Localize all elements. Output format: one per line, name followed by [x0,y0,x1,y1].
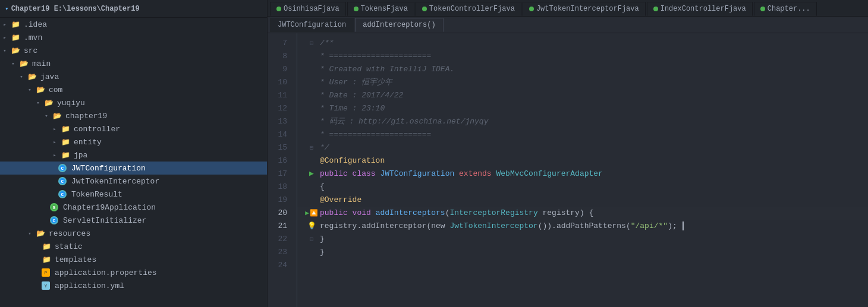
tree-item-label: application.yml [55,281,124,290]
tree-item-application.yml[interactable]: Yapplication.yml [0,279,267,292]
tree-item-entity[interactable]: 📁entity [0,135,267,148]
tree-item-src[interactable]: 📂src [0,44,267,57]
sidebar-header: ▾ Chapter19 E:\lessons\Chapter19 [0,0,267,18]
tree-item-label: resources [49,229,90,238]
arrow-icon [50,137,59,147]
code-tokens: * ====================== [320,50,431,63]
tree-item-TokenResult[interactable]: CTokenResult [0,188,267,201]
code-tokens: registry.addInterceptor(new JwtTokenInte… [320,220,684,233]
line-number: 7 [268,37,292,50]
tree-item-chapter19[interactable]: 📂chapter19 [0,109,267,122]
code-area[interactable]: ⊟/** * ====================== * Created … [297,33,868,307]
code-tokens: { [320,181,325,194]
java-class-icon: C [58,177,67,185]
properties-icon: P [42,268,50,277]
folder-open-icon: 📂 [52,111,62,121]
line-number: 15 [268,141,292,154]
code-line: @Override [297,194,868,207]
folder-collapsed-icon: 📁 [61,124,70,134]
java-class-icon: C [50,216,58,224]
arrow-icon [50,150,59,160]
tab-OsinhisaFjava[interactable]: OsinhisaFjava [270,2,346,16]
breadcrumb-tab-JWTConfiguration[interactable]: JWTConfiguration [270,18,354,32]
code-tokens: public void addInterceptors(InterceptorR… [320,207,593,220]
tree-item-jpa[interactable]: 📁jpa [0,148,267,162]
tree-item-application.properties[interactable]: Papplication.properties [0,266,267,279]
tab-ChapterFjava[interactable]: Chapter... [754,2,817,16]
tab-TokenControllerFjava[interactable]: TokenControllerFjava [416,2,521,16]
tab-TokensFjava[interactable]: TokensFjava [347,2,414,16]
tree-item-com[interactable]: 📂com [0,83,267,96]
sidebar-project-title: Chapter19 E:\lessons\Chapter19 [11,5,140,13]
line-number: 8 [268,50,292,63]
tab-label: OsinhisaFjava [284,5,339,13]
yml-icon: Y [42,281,50,290]
tree-item-label: static [55,242,83,251]
gutter-21: 💡 [303,220,320,233]
code-tokens: * ====================== [320,128,431,141]
arrow-icon [50,124,59,134]
line-number: 13 [268,115,292,128]
code-tokens: } [320,233,325,246]
breadcrumb-tabs-bar: JWTConfigurationaddInterceptors() [268,17,868,33]
code-tokens: * 码云 : http://git.oschina.net/jnyqy [320,115,488,128]
editor-body: 789101112131415161718192021222324 ⊟/** *… [268,33,868,307]
fold-icon[interactable]: ⊟ [310,141,314,154]
tree-item-JWTConfiguration[interactable]: CJWTConfiguration [0,162,267,175]
folder-collapsed-icon: 📁 [42,255,51,264]
line-number: 21 [268,220,292,233]
folder-open-icon: 📂 [36,229,45,238]
tree-item-label: src [24,46,37,55]
folder-open-icon: 📂 [44,98,54,107]
tree-item-templates[interactable]: 📁templates [0,253,267,266]
arrow-icon [0,46,10,55]
gutter-17: ▶ [303,167,320,181]
line-number: 23 [268,246,292,259]
tab-IndexControllerFjava[interactable]: IndexControllerFjava [647,2,753,16]
line-number: 24 [268,259,292,272]
tree-item-ServletInitializer[interactable]: CServletInitializer [0,214,267,227]
run-icon[interactable]: ▶ [305,207,309,220]
code-tokens: } [320,246,325,259]
line-number: 22 [268,233,292,246]
override-icon: 🔼 [310,207,318,220]
tree-item-java[interactable]: 📂java [0,70,267,83]
arrow-icon [25,85,34,94]
code-line: ⊟ */ [297,141,868,154]
tree-item-resources[interactable]: 📂resources [0,227,267,240]
sidebar: ▾ Chapter19 E:\lessons\Chapter19 📁.idea📁… [0,0,268,307]
code-tokens: /** [320,37,334,50]
tree-item-static[interactable]: 📁static [0,240,267,253]
tree-item-idea[interactable]: 📁.idea [0,18,267,31]
tree-item-main[interactable]: 📂main [0,57,267,70]
folder-collapsed-icon: 📁 [11,20,20,29]
line-number: 10 [268,76,292,89]
code-line: * Time : 23:10 [297,102,868,115]
gutter-22: ⊟ [303,233,320,246]
breadcrumb-tab-addInterceptors[interactable]: addInterceptors() [355,18,443,32]
code-tokens: public class JWTConfiguration extends We… [320,167,603,181]
tree-item-controller[interactable]: 📁controller [0,122,267,135]
folder-collapsed-icon: 📁 [11,33,20,42]
gutter-15: ⊟ [303,141,320,154]
tree-item-mvn[interactable]: 📁.mvn [0,31,267,44]
tree-item-Chapter19Application[interactable]: SChapter19Application [0,201,267,214]
code-tokens: */ [320,141,329,154]
code-line: 💡 registry.addInterceptor(new JwtTokenIn… [297,220,868,233]
tab-indicator [529,7,534,11]
bulb-icon[interactable]: 💡 [307,220,316,233]
tab-JwtTokenInterceptorFjava[interactable]: JwtTokenInterceptorFjava [523,2,646,16]
code-line: ⊟/** [297,37,868,50]
arrow-icon [25,229,34,238]
folder-open-icon: 📂 [11,46,20,55]
line-number: 11 [268,89,292,102]
tree-item-JwtTokenInterceptor[interactable]: CJwtTokenInterceptor [0,175,267,188]
fold-icon[interactable]: ⊟ [310,233,314,246]
tree-item-label: entity [74,138,102,147]
fold-icon[interactable]: ⊟ [310,37,314,50]
code-line: * User : 恒宇少年 [297,76,868,89]
run-icon[interactable]: ▶ [309,167,314,181]
tab-indicator [276,7,281,11]
tree-item-yuqiyu[interactable]: 📂yuqiyu [0,96,267,109]
code-line: * Created with IntelliJ IDEA. [297,63,868,76]
